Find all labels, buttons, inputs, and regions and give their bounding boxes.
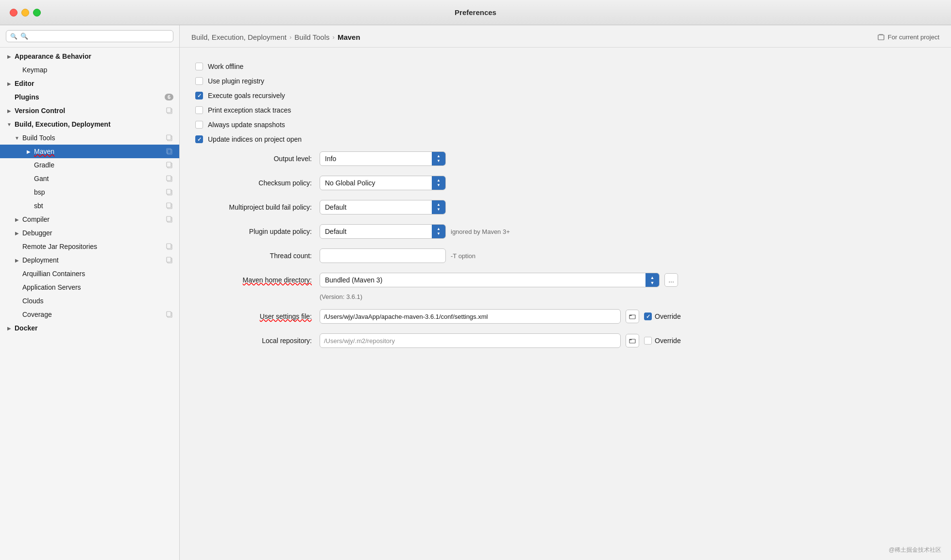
arrow-up-icon: ▲ (650, 275, 655, 280)
user-settings-input[interactable] (320, 309, 621, 324)
for-current-project-btn[interactable]: For current project (877, 33, 939, 41)
update-indices-label: Update indices on project open (208, 135, 302, 143)
work-offline-checkbox[interactable] (195, 63, 203, 70)
svg-rect-11 (167, 189, 171, 194)
user-settings-override-label: Override (655, 313, 681, 320)
multiproject-policy-control: Default ▲ ▼ (320, 200, 935, 214)
arrow-up-icon: ▲ (437, 179, 441, 182)
svg-rect-3 (167, 135, 171, 140)
chevron-placeholder (14, 270, 20, 277)
sidebar-items: ▶ Appearance & Behavior Keymap ▶ Editor … (0, 48, 179, 560)
chevron-placeholder (25, 175, 32, 182)
thread-count-control: -T option (320, 248, 935, 263)
execute-goals-checkbox[interactable] (195, 92, 203, 99)
maximize-button[interactable] (33, 9, 41, 16)
select-arrows-icon: ▲ ▼ (432, 225, 445, 238)
copy-icon (166, 107, 173, 115)
always-update-checkbox[interactable] (195, 121, 203, 129)
maven-home-select[interactable]: Bundled (Maven 3) ▲ ▼ (320, 273, 660, 287)
chevron-right-icon: ▶ (14, 257, 20, 264)
copy-icon (166, 175, 173, 182)
print-exception-checkbox[interactable] (195, 106, 203, 114)
plugin-update-policy-value: Default (320, 228, 432, 235)
maven-home-arrow-icon: ▲ ▼ (645, 273, 659, 287)
execute-goals-label: Execute goals recursively (208, 92, 285, 99)
search-wrapper[interactable]: 🔍 (6, 30, 173, 42)
sidebar-item-sbt[interactable]: sbt (0, 199, 179, 213)
sidebar-item-label: Gradle (34, 161, 164, 169)
sidebar-item-label: Deployment (22, 256, 164, 264)
local-repo-browse-button[interactable] (626, 334, 639, 347)
maven-home-label: Maven home directory: (195, 276, 312, 284)
sidebar-item-docker[interactable]: ▶ Docker (0, 321, 179, 335)
search-icon: 🔍 (10, 33, 17, 40)
sidebar-item-app-servers[interactable]: Application Servers (0, 280, 179, 294)
checksum-policy-select[interactable]: No Global Policy ▲ ▼ (320, 176, 446, 190)
sidebar-item-remote-jar[interactable]: Remote Jar Repositories (0, 240, 179, 253)
svg-rect-19 (167, 257, 171, 262)
sidebar-item-build[interactable]: ▼ Build, Execution, Deployment (0, 117, 179, 131)
close-button[interactable] (10, 9, 17, 16)
checksum-policy-value: No Global Policy (320, 179, 432, 187)
plugin-update-policy-control: Default ▲ ▼ ignored by Maven 3+ (320, 224, 935, 239)
output-level-label: Output level: (195, 155, 312, 163)
chevron-placeholder (25, 162, 32, 168)
sidebar-item-maven[interactable]: ▶ Maven (0, 145, 179, 158)
breadcrumb-sep2: › (333, 33, 335, 41)
plugin-update-policy-select[interactable]: Default ▲ ▼ (320, 224, 446, 239)
browse-button[interactable]: ... (664, 273, 678, 287)
checksum-policy-label: Checksum policy: (195, 179, 312, 187)
user-settings-override-checkbox[interactable] (644, 313, 652, 320)
sidebar-item-deployment[interactable]: ▶ Deployment (0, 253, 179, 267)
user-settings-override-group: Override (644, 313, 681, 320)
local-repo-input[interactable] (320, 333, 621, 348)
output-level-select[interactable]: Info ▲ ▼ (320, 151, 446, 166)
chevron-placeholder (14, 243, 20, 250)
sidebar-item-coverage[interactable]: Coverage (0, 308, 179, 321)
plugin-update-policy-row: Plugin update policy: Default ▲ ▼ ignore… (195, 219, 935, 244)
sidebar-item-bsp[interactable]: bsp (0, 185, 179, 199)
svg-rect-22 (878, 35, 884, 40)
sidebar-item-label: Coverage (22, 311, 164, 318)
sidebar-item-build-tools[interactable]: ▼ Build Tools (0, 131, 179, 145)
sidebar-item-arquillian[interactable]: Arquillian Containers (0, 267, 179, 280)
local-repo-label: Local repository: (195, 337, 312, 345)
user-settings-browse-button[interactable] (626, 310, 639, 323)
local-repo-control: Override (320, 333, 935, 348)
maven-home-value: Bundled (Maven 3) (320, 276, 645, 284)
sidebar-item-keymap[interactable]: Keymap (0, 63, 179, 77)
thread-count-input[interactable] (320, 248, 446, 263)
sidebar-item-label: Arquillian Containers (22, 270, 173, 278)
sidebar-item-appearance[interactable]: ▶ Appearance & Behavior (0, 49, 179, 63)
breadcrumb: Build, Execution, Deployment › Build Too… (191, 33, 360, 41)
breadcrumb-build: Build, Execution, Deployment (191, 33, 287, 41)
plugin-registry-checkbox[interactable] (195, 77, 203, 85)
search-input[interactable] (20, 33, 169, 40)
always-update-row: Always update snapshots (195, 117, 935, 132)
sidebar-item-vcs[interactable]: ▶ Version Control (0, 104, 179, 117)
sidebar-item-plugins[interactable]: Plugins 6 (0, 90, 179, 104)
sidebar-item-clouds[interactable]: Clouds (0, 294, 179, 308)
sidebar-item-label: Maven (34, 148, 164, 155)
svg-rect-1 (167, 108, 171, 113)
sidebar-item-label: Keymap (22, 66, 173, 74)
local-repo-override-checkbox[interactable] (644, 337, 652, 345)
update-indices-checkbox[interactable] (195, 135, 203, 143)
update-indices-row: Update indices on project open (195, 132, 935, 147)
multiproject-policy-select[interactable]: Default ▲ ▼ (320, 200, 446, 214)
sidebar-item-compiler[interactable]: ▶ Compiler (0, 213, 179, 226)
copy-icon (166, 311, 173, 318)
sidebar-item-editor[interactable]: ▶ Editor (0, 77, 179, 90)
sidebar-item-gradle[interactable]: Gradle (0, 158, 179, 172)
content-header: Build, Execution, Deployment › Build Too… (180, 25, 951, 48)
user-settings-row: User settings file: Override (195, 304, 935, 329)
sidebar-item-label: Clouds (22, 297, 173, 305)
sidebar-item-label: Version Control (15, 107, 164, 115)
copy-icon (166, 256, 173, 264)
sidebar-item-debugger[interactable]: ▶ Debugger (0, 226, 179, 240)
main-layout: 🔍 ▶ Appearance & Behavior Keymap ▶ Edito… (0, 25, 951, 560)
sidebar-item-gant[interactable]: Gant (0, 172, 179, 185)
traffic-lights (10, 9, 41, 16)
chevron-right-icon: ▶ (6, 325, 13, 331)
minimize-button[interactable] (21, 9, 29, 16)
